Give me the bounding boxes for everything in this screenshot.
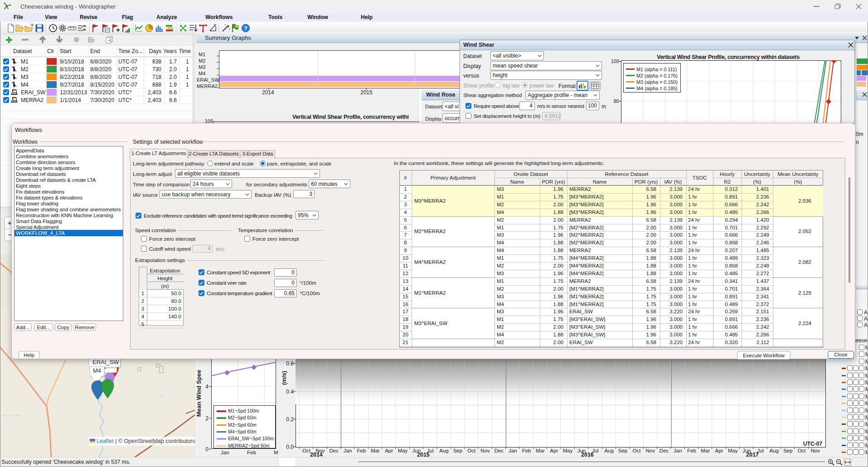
svg-text:?: ? [244,25,247,32]
